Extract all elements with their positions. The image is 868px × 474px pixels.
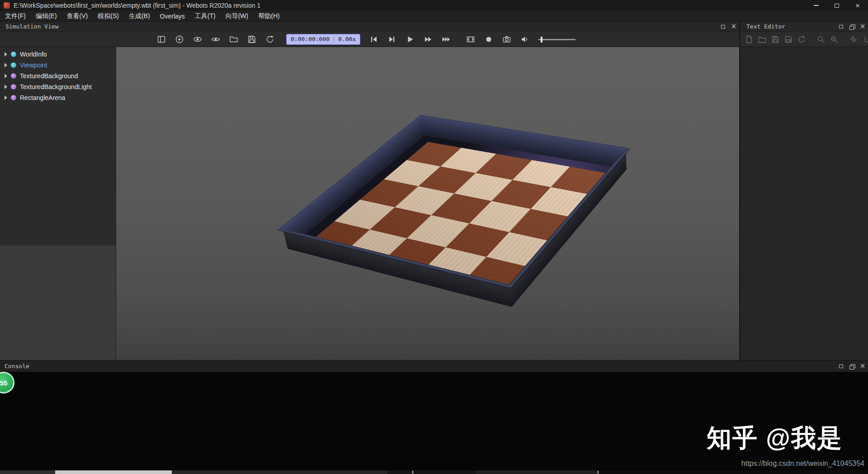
save-icon: [247, 34, 257, 44]
attach-button[interactable]: [862, 35, 868, 44]
menu-view[interactable]: 查看(V): [62, 11, 93, 22]
slider-thumb[interactable]: [541, 37, 542, 43]
close-icon: ×: [731, 23, 737, 30]
tree-item-worldinfo[interactable]: WorldInfo: [0, 49, 116, 60]
tree-item-viewpoint[interactable]: Viewpoint: [0, 60, 116, 71]
step-icon: [387, 34, 397, 44]
expand-caret-icon[interactable]: [5, 95, 7, 100]
simulation-view-title: Simulation View: [5, 23, 58, 30]
console-restore-button[interactable]: [846, 362, 857, 371]
simulation-time: 0:00:00:000: [291, 36, 330, 43]
node-dot-icon: [11, 73, 16, 79]
volume-slider[interactable]: [538, 34, 576, 45]
tree-item-label: TexturedBackground: [20, 72, 78, 80]
toggle-panes-button[interactable]: [156, 34, 167, 45]
strip-segment: [387, 470, 476, 474]
find-button[interactable]: [816, 35, 826, 44]
strip-segment: [172, 470, 387, 474]
text-editor-toolbar: [739, 32, 868, 47]
save-as-button[interactable]: [784, 35, 793, 44]
reload-world-button[interactable]: [264, 34, 275, 45]
menu-overlays[interactable]: Overlays: [155, 11, 190, 22]
strip-segment-highlight: [55, 470, 172, 474]
node-dot-icon: [11, 52, 16, 57]
fast-run-button[interactable]: [441, 34, 452, 45]
menu-file[interactable]: 文件(F): [0, 11, 31, 22]
text-editor-body[interactable]: [739, 47, 868, 360]
console-minimize-button[interactable]: [835, 362, 846, 371]
zhihu-watermark: 知乎 @我是: [707, 422, 843, 455]
titlebar: E:\WorkSpace\webots\first_sim\worlds\emp…: [0, 0, 868, 11]
node-dot-icon: [11, 84, 16, 90]
maximize-icon: [835, 4, 839, 8]
tree-item-texturedbackground[interactable]: TexturedBackground: [0, 71, 116, 81]
expand-caret-icon[interactable]: [5, 74, 7, 78]
menu-help[interactable]: 帮助(H): [253, 11, 284, 22]
menu-build[interactable]: 生成(B): [124, 11, 155, 22]
new-file-button[interactable]: [745, 35, 754, 44]
webots-app-icon: [4, 2, 10, 9]
menu-tools[interactable]: 工具(T): [190, 11, 221, 22]
open-world-button[interactable]: [228, 34, 239, 45]
search-icon: [816, 35, 826, 44]
strip-tick: [412, 471, 413, 474]
menu-simulation[interactable]: 模拟(S): [93, 11, 124, 22]
play-icon: [405, 34, 415, 44]
skip-to-start-icon: [369, 34, 379, 44]
rectangle-arena: [288, 135, 626, 307]
tree-item-label: TexturedBackgroundLight: [20, 83, 92, 90]
text-editor-title: Text Editor: [746, 23, 785, 30]
menu-wizards[interactable]: 向导(W): [221, 11, 254, 22]
simulation-view-header: Simulation View ×: [0, 22, 739, 32]
sound-mute-button[interactable]: [519, 34, 530, 45]
expand-caret-icon[interactable]: [5, 52, 7, 57]
speaker-icon: [520, 34, 530, 44]
screenshot-button[interactable]: [501, 34, 512, 45]
minimize-icon: [814, 5, 819, 6]
source-url-watermark: https://blog.csdn.net/weixin_41045354: [741, 460, 864, 468]
close-button[interactable]: ×: [847, 0, 868, 11]
step-button[interactable]: [387, 34, 397, 45]
viewport-3d[interactable]: [116, 47, 739, 360]
reset-simulation-button[interactable]: [368, 34, 379, 45]
restore-viewpoint-button[interactable]: [192, 34, 203, 45]
window-title: E:\WorkSpace\webots\first_sim\worlds\emp…: [14, 2, 806, 9]
revert-file-button[interactable]: [797, 35, 806, 44]
console-close-button[interactable]: ×: [857, 362, 868, 371]
save-world-button[interactable]: [246, 34, 257, 45]
save-file-button[interactable]: [771, 35, 780, 44]
reload-icon: [265, 34, 275, 44]
movie-button[interactable]: [465, 34, 476, 45]
close-icon: ×: [860, 23, 866, 30]
minimize-button[interactable]: [806, 0, 826, 11]
sim-float-button[interactable]: [717, 22, 728, 31]
record-button[interactable]: [483, 34, 494, 45]
restore-icon: [849, 24, 854, 29]
editor-restore-button[interactable]: [846, 22, 857, 31]
menu-edit[interactable]: 编辑(E): [31, 11, 62, 22]
expand-caret-icon[interactable]: [5, 85, 7, 89]
search-replace-icon: [830, 35, 839, 44]
record-icon: [484, 34, 494, 44]
add-node-button[interactable]: [174, 34, 185, 45]
sim-close-button[interactable]: ×: [728, 22, 739, 31]
run-button[interactable]: [423, 34, 434, 45]
minimize-icon: [839, 25, 843, 28]
tree-item-texturedbackgroundlight[interactable]: TexturedBackgroundLight: [0, 81, 116, 92]
preferences-button[interactable]: [849, 35, 858, 44]
time-display: 0:00:00:000 0.00x: [286, 34, 360, 45]
expand-caret-icon[interactable]: [5, 63, 7, 67]
editor-minimize-button[interactable]: [835, 22, 846, 31]
find-replace-button[interactable]: [830, 35, 839, 44]
play-button[interactable]: [405, 34, 415, 45]
rendering-toggle-button[interactable]: [210, 34, 221, 45]
minimize-icon: [839, 365, 843, 368]
float-icon: [721, 25, 725, 28]
tree-item-rectanglearena[interactable]: RectangleArena: [0, 92, 116, 103]
editor-close-button[interactable]: ×: [857, 22, 868, 31]
orbit-icon: [193, 34, 203, 44]
open-file-button[interactable]: [758, 35, 767, 44]
close-icon: ×: [860, 363, 866, 370]
maximize-button[interactable]: [826, 0, 847, 11]
revert-icon: [797, 35, 806, 44]
